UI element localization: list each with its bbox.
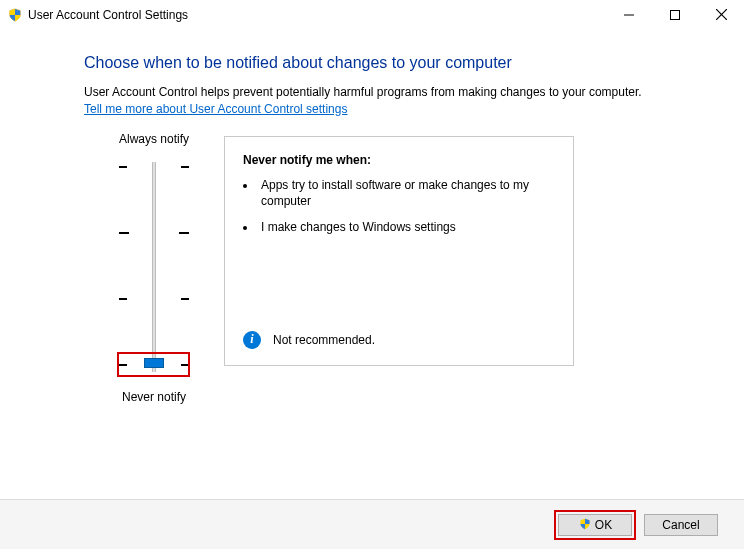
- dialog-footer: OK Cancel: [0, 499, 744, 549]
- slider-bottom-label: Never notify: [122, 390, 186, 404]
- svg-rect-1: [671, 10, 680, 19]
- content-area: Choose when to be notified about changes…: [0, 30, 744, 410]
- minimize-button[interactable]: [606, 0, 652, 29]
- slider-thumb[interactable]: [144, 358, 164, 368]
- info-panel-title: Never notify me when:: [243, 153, 555, 167]
- recommendation-row: i Not recommended.: [243, 331, 375, 349]
- info-bullet-1: Apps try to install software or make cha…: [257, 177, 555, 209]
- close-button[interactable]: [698, 0, 744, 29]
- window-title: User Account Control Settings: [28, 8, 188, 22]
- recommendation-text: Not recommended.: [273, 333, 375, 347]
- description-text: User Account Control helps prevent poten…: [84, 84, 700, 118]
- shield-icon: [8, 8, 22, 22]
- info-bullet-list: Apps try to install software or make cha…: [257, 177, 555, 236]
- cancel-button[interactable]: Cancel: [644, 514, 718, 536]
- help-link[interactable]: Tell me more about User Account Control …: [84, 102, 347, 116]
- shield-icon: [578, 518, 592, 532]
- window-controls: [606, 0, 744, 29]
- notification-slider[interactable]: Always notify Never notify: [84, 126, 224, 410]
- titlebar: User Account Control Settings: [0, 0, 744, 30]
- description-line: User Account Control helps prevent poten…: [84, 85, 642, 99]
- ok-button-label: OK: [595, 518, 612, 532]
- page-heading: Choose when to be notified about changes…: [84, 54, 700, 72]
- maximize-button[interactable]: [652, 0, 698, 29]
- info-bullet-2: I make changes to Windows settings: [257, 219, 555, 235]
- info-icon: i: [243, 331, 261, 349]
- slider-track[interactable]: [119, 152, 189, 382]
- info-panel: Never notify me when: Apps try to instal…: [224, 136, 574, 366]
- cancel-button-label: Cancel: [662, 518, 699, 532]
- slider-top-label: Always notify: [119, 132, 189, 146]
- annotation-highlight-ok: OK: [554, 510, 636, 540]
- ok-button[interactable]: OK: [558, 514, 632, 536]
